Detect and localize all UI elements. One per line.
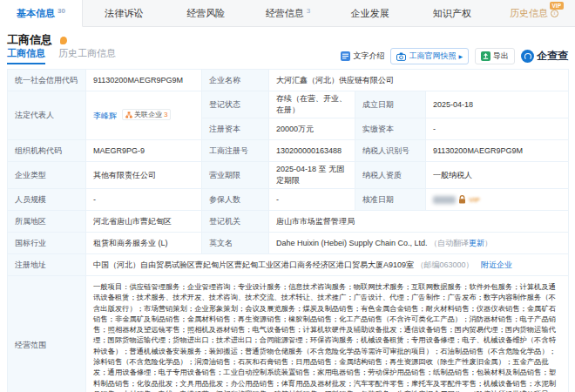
field-est-date-label: 成立日期: [355, 91, 426, 118]
field-paid-capital-label: 实缴资本: [355, 118, 426, 140]
export-label: 导出: [493, 51, 509, 62]
legal-rep-link[interactable]: 李峰辉: [93, 112, 117, 120]
auto-translate-note: （自动翻译: [430, 239, 469, 247]
tab-legal-lawsuits[interactable]: 法律诉讼: [83, 0, 165, 26]
tab-legal-lawsuits-label: 法律诉讼: [105, 7, 143, 20]
field-org-code-label: 组织机构代码: [8, 140, 86, 162]
table-row: 注册地址 中国（河北）自由贸易试验区曹妃甸片区曹妃甸工业区港口商务经济区港口贸易…: [8, 254, 569, 276]
export-button[interactable]: 导出: [475, 48, 515, 64]
nearby-companies-link[interactable]: 附近企业: [481, 260, 512, 269]
camera-icon: [396, 52, 406, 61]
table-row: 组织机构代码 MAEGR9PG-9 工商注册号 130200000163488 …: [8, 140, 569, 162]
qichacha-logo-icon: [521, 50, 534, 63]
field-staff-size-label: 人员规模: [8, 189, 86, 211]
tab-operation-info-count: 3: [307, 7, 310, 15]
section-title: 工商信息: [7, 32, 52, 48]
field-reg-status-value: 存续（在营、开业、在册）: [269, 91, 355, 118]
org-chart-icon: [125, 112, 132, 118]
table-row: 统一社会信用代码 91130200MAEGR9PG9M 企业名称 大河汇鑫（河北…: [8, 70, 569, 91]
qichacha-logo-text: 企查查: [537, 49, 568, 64]
field-company-name-label: 企业名称: [202, 70, 269, 91]
field-region-value: 河北省唐山市曹妃甸区: [86, 211, 202, 233]
field-paid-capital-value: -: [426, 118, 569, 140]
field-industry-label: 国标行业: [8, 233, 86, 254]
field-business-scope-label: 经营范围: [8, 276, 86, 392]
qichacha-logo: 企查查: [521, 49, 568, 64]
tab-intellectual-property[interactable]: 知识产权: [411, 0, 493, 26]
table-row: 所属地区 河北省唐山市曹妃甸区 登记机关 唐山市市场监督管理局: [8, 211, 569, 233]
field-taxpayer-id-value: 91130200MAEGR9PG9M: [426, 140, 569, 162]
field-reg-address-label: 注册地址: [8, 254, 86, 276]
tab-history-info-label: 历史信息: [510, 7, 548, 20]
field-company-name-value: 大河汇鑫（河北）供应链有限公司: [269, 70, 569, 91]
vip-text: VIP: [469, 196, 480, 204]
tab-company-development[interactable]: 企业发展: [329, 0, 411, 26]
table-row: 经营范围 一般项目：供应链管理服务；企业管理咨询；专业设计服务；信息技术咨询服务…: [8, 276, 569, 392]
text-intro-button[interactable]: 文字介绍: [341, 51, 384, 62]
toolbar: 工商信息 历史工商信息 文字介绍 工商官网快照 ▶ 导出 企查查: [0, 50, 575, 69]
tab-basic-info-count: 30: [58, 7, 65, 15]
field-reg-number-label: 工商注册号: [202, 140, 269, 162]
field-english-name-label: 英文名: [202, 233, 269, 254]
field-business-term-label: 营业期限: [202, 162, 269, 189]
field-reg-status-label: 登记状态: [202, 91, 269, 118]
field-reg-authority-value: 唐山市市场监督管理局: [269, 211, 569, 233]
tab-operation-risk[interactable]: 经营风险: [165, 0, 247, 26]
field-taxpayer-quality-value: 一般纳税人: [426, 162, 569, 189]
table-row: 法定代表人 李峰辉关联企业3 登记状态 存续（在营、开业、在册） 成立日期 20…: [8, 91, 569, 118]
business-info-table: 统一社会信用代码 91130200MAEGR9PG9M 企业名称 大河汇鑫（河北…: [7, 69, 569, 392]
field-industry-value: 租赁和商务服务业 (L): [86, 233, 202, 254]
table-row: 人员规模 - 参保人数 - 核准日期 VIP: [8, 189, 569, 211]
english-name-text: Dahe Huixin (Hebei) Supply Chain Co., Lt…: [276, 239, 428, 247]
field-approval-date-label: 核准日期: [355, 189, 426, 211]
table-row: 企业类型 其他有限责任公司 营业期限 2025-04-18 至 无固定期限 纳税…: [8, 162, 569, 189]
hot-dot-icon: [60, 37, 67, 44]
toolbar-actions: 文字介绍 工商官网快照 ▶ 导出 企查查: [341, 48, 568, 64]
field-insured-count-value: -: [269, 189, 355, 211]
field-reg-address-value: 中国（河北）自由贸易试验区曹妃甸片区曹妃甸工业区港口商务经济区港口贸易大厦A91…: [86, 254, 569, 276]
official-snapshot-label: 工商官网快照: [409, 51, 456, 62]
field-region-label: 所属地区: [8, 211, 86, 233]
table-row: 国标行业 租赁和商务服务业 (L) 英文名 Dahe Huixin (Hebei…: [8, 233, 569, 254]
field-business-scope-value: 一般项目：供应链管理服务；企业管理咨询；专业设计服务；信息技术咨询服务；物联网技…: [86, 276, 569, 392]
reg-address-text: 中国（河北）自由贸易试验区曹妃甸片区曹妃甸工业区港口商务经济区港口贸易大厦A91…: [93, 260, 414, 269]
chevron-right-icon: ▶: [458, 53, 463, 59]
field-credit-code-label: 统一社会信用代码: [8, 70, 86, 91]
field-reg-capital-value: 20000万元: [269, 118, 355, 140]
tab-operation-info[interactable]: 经营信息 3: [247, 0, 328, 26]
vip-badge: VIP: [550, 2, 564, 10]
subtab-history-business-info[interactable]: 历史工商信息: [58, 47, 116, 64]
field-reg-capital-label: 注册资本: [202, 118, 269, 140]
postcode-text: （邮编063000）: [416, 260, 474, 269]
subtab-business-info[interactable]: 工商信息: [7, 47, 45, 64]
field-reg-number-value: 130200000163488: [269, 140, 355, 162]
field-est-date-value: 2025-04-18: [426, 91, 569, 118]
official-snapshot-button[interactable]: 工商官网快照 ▶: [390, 48, 469, 64]
related-companies-badge[interactable]: 关联企业3: [122, 109, 171, 120]
field-taxpayer-id-label: 纳税人识别号: [355, 140, 426, 162]
top-tab-bar: 基本信息 30 法律诉讼 经营风险 经营信息 3 企业发展 知识产权 VIP 历…: [0, 0, 575, 27]
field-business-term-value: 2025-04-18 至 无固定期限: [269, 162, 355, 189]
info-circle-icon: i: [551, 10, 558, 17]
blurred-value: [433, 196, 456, 204]
tab-basic-info[interactable]: 基本信息 30: [0, 0, 83, 27]
lock-icon: [458, 195, 466, 204]
tab-basic-info-label: 基本信息: [17, 7, 55, 20]
auto-translate-note-close: ）: [484, 239, 492, 247]
tab-operation-risk-label: 经营风险: [186, 7, 225, 20]
text-intro-icon: [341, 51, 350, 61]
vip-locked-value[interactable]: VIP: [433, 195, 561, 204]
text-intro-label: 文字介绍: [353, 51, 384, 62]
tab-history-info[interactable]: VIP 历史信息 i: [493, 0, 575, 26]
tab-operation-info-label: 经营信息: [266, 7, 304, 20]
field-credit-code-value: 91130200MAEGR9PG9M: [86, 70, 202, 91]
export-icon: [481, 51, 490, 61]
field-legal-rep-label: 法定代表人: [8, 91, 86, 140]
update-translation-link[interactable]: 更新: [469, 239, 484, 247]
field-legal-rep-value: 李峰辉关联企业3: [86, 91, 202, 140]
field-insured-count-label: 参保人数: [202, 189, 269, 211]
tab-intellectual-property-label: 知识产权: [433, 7, 471, 20]
field-company-type-label: 企业类型: [8, 162, 86, 189]
field-english-name-value: Dahe Huixin (Hebei) Supply Chain Co., Lt…: [269, 233, 569, 254]
field-taxpayer-quality-label: 纳税人资质: [355, 162, 426, 189]
